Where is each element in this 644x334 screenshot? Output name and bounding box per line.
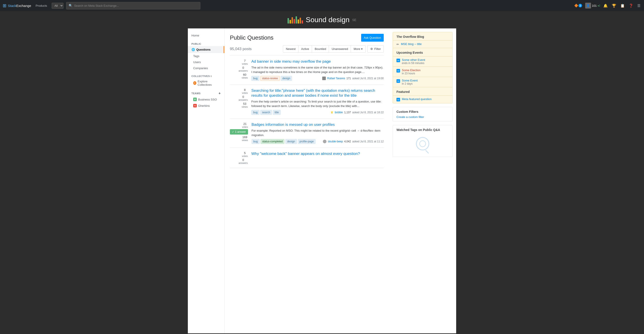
tab-unanswered[interactable]: Unanswered <box>329 45 351 53</box>
bar-2 <box>290 20 291 24</box>
avatar: 👤 <box>585 3 591 9</box>
site-se-suffix: SE <box>352 18 356 22</box>
question-body: Searching for title:"phrase here" (with … <box>251 88 384 115</box>
team-g-icon: G <box>193 104 197 107</box>
question-excerpt: From the help center's article on search… <box>251 99 384 108</box>
tab-bountied[interactable]: Bountied <box>312 45 329 53</box>
page-title: Public Questions <box>230 34 274 41</box>
review-icon[interactable]: 📋 <box>620 3 626 9</box>
tab-active[interactable]: Active <box>298 45 312 53</box>
pencil-icon: ✏ <box>396 43 399 46</box>
avatar <box>322 77 326 80</box>
info-icon[interactable]: ℹ <box>211 75 212 78</box>
tag-bug[interactable]: bug <box>251 76 260 81</box>
achievements-icon[interactable]: 3 <box>574 3 583 8</box>
question-title[interactable]: Badges information is messed up on user … <box>252 122 384 127</box>
event-name-2[interactable]: Some Election <box>402 69 420 72</box>
hamburger-icon[interactable]: ☰ <box>636 3 641 9</box>
sidebar-item-home[interactable]: Home <box>188 32 224 39</box>
asked-time: asked Jul 8, 2021 at 16:22 <box>352 111 384 114</box>
user-name[interactable]: bobble <box>335 111 343 114</box>
post-count: 95,043 posts <box>230 47 252 51</box>
search-scope-select[interactable]: All <box>52 3 64 9</box>
search-icon: 🔍 <box>69 4 72 8</box>
question-body: Badges information is messed up on user … <box>252 122 384 144</box>
event-name-1[interactable]: Some other Event <box>402 58 425 62</box>
products-nav[interactable]: Products <box>34 3 49 8</box>
table-row: 8 votes 0 answers 53 views Searching for… <box>230 85 384 119</box>
tag-design[interactable]: design <box>281 76 292 81</box>
teams-add-button[interactable]: + <box>218 91 221 95</box>
views-stat: 169 views <box>242 135 248 141</box>
tag-design[interactable]: design <box>285 139 297 144</box>
featured-item: SE Meta featured question <box>393 95 452 103</box>
featured-link[interactable]: Meta featured question <box>402 97 432 101</box>
user-name[interactable]: Rafael Tavares <box>327 77 345 80</box>
blog-link[interactable]: MSE blog -- title <box>401 42 422 46</box>
inbox-icon[interactable]: 🔔 <box>602 3 609 9</box>
tag-profile-page[interactable]: profile-page <box>298 139 316 144</box>
question-excerpt: The ad in the side menu sometimes is the… <box>251 65 384 74</box>
achievements-trophy-icon[interactable]: 🏆 <box>611 3 617 9</box>
right-sidebar: The Overflow Blog ✏ MSE blog -- title Up… <box>389 29 456 333</box>
bar-4 <box>294 19 295 24</box>
asked-time: asked Jul 8, 2021 at 19:00 <box>352 77 384 80</box>
question-title[interactable]: Searching for title:"phrase here" (with … <box>251 88 384 98</box>
tag-status-completed[interactable]: status-completed <box>260 139 284 144</box>
votes-stat: 21 votes <box>242 122 248 128</box>
logo-stack: StackExchange <box>8 4 31 8</box>
sidebar-item-companies[interactable]: Companies <box>188 65 224 71</box>
filter-tabs: Newest Active Bountied Unanswered More ▾ <box>283 45 366 53</box>
bar-6 <box>298 20 299 24</box>
sidebar-item-team-gherkins[interactable]: G Gherkins <box>188 103 224 109</box>
user-name[interactable]: double-beep <box>328 140 343 143</box>
ask-question-button[interactable]: Ask Question <box>361 34 384 42</box>
create-custom-filter-link[interactable]: Create a custom filter <box>396 115 424 119</box>
event-icon-2: SE <box>396 69 400 73</box>
chevron-down-icon: ▾ <box>361 47 363 51</box>
questions-list: 7 votes 0 answers 60 views Ad banner in … <box>230 55 384 168</box>
tags-and-meta: bug search title ♛ bobble 1,137 asked Ju… <box>251 110 384 115</box>
tab-more[interactable]: More ▾ <box>351 45 366 53</box>
user-meta: ♛ bobble 1,137 asked Jul 8, 2021 at 16:2… <box>330 111 384 114</box>
blog-item: ✏ MSE blog -- title <box>393 40 452 48</box>
help-icon[interactable]: ❓ <box>628 3 634 9</box>
search-bar: 🔍 <box>66 2 200 10</box>
tag-status-review[interactable]: status-review <box>260 76 280 81</box>
event-name-3[interactable]: Some Event <box>402 79 418 82</box>
content-header: Public Questions Ask Question <box>230 34 384 42</box>
tag-title[interactable]: title <box>273 110 281 115</box>
sidebar-item-team-business-sso[interactable]: B Business SSO <box>188 96 224 103</box>
bar-3 <box>292 17 293 24</box>
sidebar-item-users[interactable]: Users <box>188 59 224 65</box>
question-title[interactable]: Ad banner in side menu may overflow the … <box>251 59 384 64</box>
question-stats: 8 votes 0 answers 53 views <box>230 88 248 115</box>
asked-time: asked Jul 8, 2021 at 11:12 <box>352 140 384 143</box>
tags-and-meta: bug status-completed design profile-page… <box>252 139 384 144</box>
tab-newest[interactable]: Newest <box>283 45 298 53</box>
user-profile[interactable]: 👤 101 ●2 <box>585 3 600 9</box>
main-content: Public Questions Ask Question 95,043 pos… <box>224 29 389 333</box>
sidebar-item-tags[interactable]: Tags <box>188 53 224 59</box>
filter-button[interactable]: ⚙ Filter <box>368 45 384 53</box>
sidebar-item-questions[interactable]: 🌐 Questions <box>188 46 224 53</box>
tag-bug[interactable]: bug <box>251 110 260 115</box>
search-input[interactable] <box>74 4 198 8</box>
site-logo-link[interactable]: ⊞ StackExchange <box>3 3 31 8</box>
sidebar-collectives-label: COLLECTIVES ℹ <box>188 71 224 78</box>
tag-search[interactable]: search <box>260 110 272 115</box>
site-logo: Sound designSE <box>288 16 356 24</box>
search-icon <box>416 137 429 150</box>
featured-title: Featured <box>393 87 452 95</box>
question-title[interactable]: Why "welcome back" banner appears on alm… <box>251 151 384 156</box>
event-icon-3: SE <box>396 79 400 83</box>
answered-badge: ✓ 1 answer <box>230 129 248 135</box>
featured-icon: SE <box>396 98 400 101</box>
main-container: Home PUBLIC 🌐 Questions Tags Users Compa… <box>188 29 456 333</box>
stack-exchange-icon: ⊞ <box>3 3 6 8</box>
tag-bug[interactable]: bug <box>252 139 260 144</box>
table-row: 5 votes 0 answers Why "welcome back" ban… <box>230 148 384 168</box>
sidebar-item-explore-collectives[interactable]: ✦ Explore Collectives <box>188 78 224 88</box>
tags: bug status-review design <box>251 76 292 81</box>
overflow-blog-title: The Overflow Blog <box>393 32 452 40</box>
